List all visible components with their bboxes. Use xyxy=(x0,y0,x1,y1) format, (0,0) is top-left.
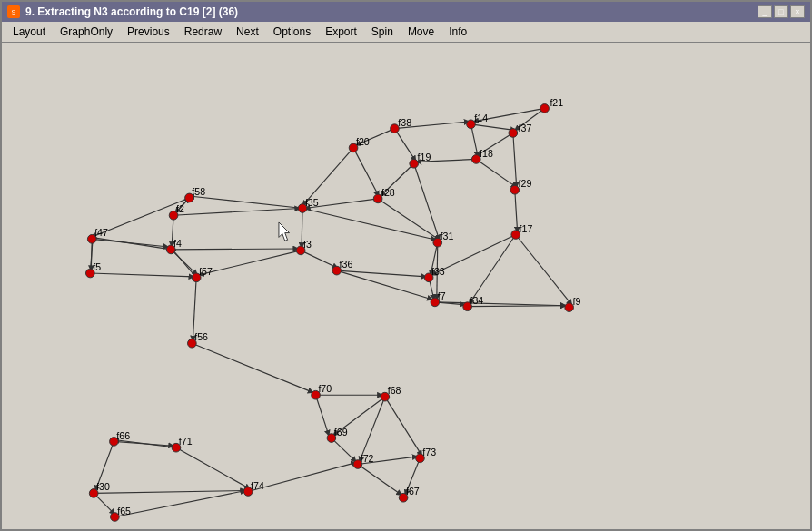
svg-line-36 xyxy=(337,270,427,277)
label-f7: f7 xyxy=(438,290,446,301)
menu-graphonly[interactable]: GraphOnly xyxy=(53,24,120,40)
svg-line-25 xyxy=(470,235,516,304)
menu-options[interactable]: Options xyxy=(266,24,318,40)
svg-line-32 xyxy=(91,237,171,250)
label-f69: f69 xyxy=(334,427,348,438)
maximize-button[interactable]: □ xyxy=(774,5,788,18)
window-title: 9. Extracting N3 according to C19 [2] (3… xyxy=(25,5,238,18)
label-f4: f4 xyxy=(173,238,182,249)
menu-bar: Layout GraphOnly Previous Redraw Next Op… xyxy=(2,22,810,43)
label-f30: f30 xyxy=(96,482,110,493)
menu-next[interactable]: Next xyxy=(229,24,266,40)
label-f29: f29 xyxy=(519,178,532,189)
menu-export[interactable]: Export xyxy=(318,24,364,40)
label-f68: f68 xyxy=(388,385,401,396)
svg-line-60 xyxy=(114,491,245,517)
label-f5: f5 xyxy=(93,261,101,272)
label-f47: f47 xyxy=(94,227,108,238)
svg-line-3 xyxy=(470,124,515,131)
svg-line-37 xyxy=(337,270,432,300)
svg-line-39 xyxy=(90,273,193,277)
label-f35: f35 xyxy=(305,197,319,208)
svg-line-44 xyxy=(192,343,312,392)
label-f70: f70 xyxy=(318,383,332,394)
svg-line-35 xyxy=(199,251,301,275)
label-f28: f28 xyxy=(381,187,395,198)
svg-marker-66 xyxy=(279,222,290,241)
label-f14: f14 xyxy=(474,113,488,123)
label-f67: f67 xyxy=(406,486,420,497)
node-f37[interactable] xyxy=(509,129,518,138)
svg-line-12 xyxy=(353,148,379,196)
svg-line-62 xyxy=(189,196,302,209)
svg-line-53 xyxy=(114,439,176,447)
svg-line-26 xyxy=(516,235,572,305)
svg-line-2 xyxy=(470,124,478,157)
label-f2: f2 xyxy=(176,203,184,214)
label-f66: f66 xyxy=(116,430,130,441)
menu-spin[interactable]: Spin xyxy=(364,24,401,40)
graph-svg: f21 f37 f14 f38 f20 f19 f18 f29 f28 f58 … xyxy=(2,43,810,529)
label-f34: f34 xyxy=(470,295,484,306)
svg-line-45 xyxy=(316,395,329,435)
menu-move[interactable]: Move xyxy=(401,24,441,40)
close-button[interactable]: × xyxy=(790,5,805,18)
label-f33: f33 xyxy=(431,266,445,277)
svg-line-52 xyxy=(176,447,250,488)
label-f31: f31 xyxy=(441,231,454,241)
svg-line-22 xyxy=(302,209,302,248)
svg-line-14 xyxy=(414,163,440,240)
label-f71: f71 xyxy=(179,436,193,447)
label-f17: f17 xyxy=(520,223,533,234)
svg-line-61 xyxy=(248,463,356,492)
label-f73: f73 xyxy=(422,447,436,457)
title-bar-left: 9 9. Extracting N3 according to C19 [2] … xyxy=(7,5,238,18)
label-f58: f58 xyxy=(192,186,205,197)
label-f3: f3 xyxy=(303,239,312,250)
minimize-button[interactable]: _ xyxy=(758,5,772,18)
title-buttons[interactable]: _ □ × xyxy=(758,5,805,18)
svg-line-34 xyxy=(301,251,338,268)
svg-line-17 xyxy=(515,190,518,231)
cursor xyxy=(279,222,290,241)
label-f18: f18 xyxy=(480,148,493,159)
svg-line-54 xyxy=(332,438,356,462)
label-f21: f21 xyxy=(550,98,563,109)
label-f56: f56 xyxy=(194,331,208,342)
label-f36: f36 xyxy=(340,259,353,270)
svg-line-59 xyxy=(94,491,245,494)
label-f19: f19 xyxy=(418,152,431,162)
svg-line-48 xyxy=(385,397,422,456)
node-f21[interactable] xyxy=(540,104,550,113)
main-window: 9 9. Extracting N3 according to C19 [2] … xyxy=(0,0,812,531)
menu-redraw[interactable]: Redraw xyxy=(177,24,229,40)
menu-previous[interactable]: Previous xyxy=(120,24,177,40)
label-f20: f20 xyxy=(356,136,370,147)
svg-line-43 xyxy=(468,306,566,307)
label-f37: f37 xyxy=(519,123,532,133)
svg-line-33 xyxy=(171,249,298,250)
svg-line-19 xyxy=(173,209,300,216)
window-icon: 9 xyxy=(7,5,20,18)
graph-area: f21 f37 f14 f38 f20 f19 f18 f29 f28 f58 … xyxy=(2,43,810,529)
svg-line-31 xyxy=(171,250,197,275)
menu-layout[interactable]: Layout xyxy=(5,24,53,40)
svg-line-10 xyxy=(476,159,516,187)
label-f74: f74 xyxy=(251,480,264,491)
svg-line-7 xyxy=(513,133,517,187)
title-bar: 9 9. Extracting N3 according to C19 [2] … xyxy=(2,2,810,22)
label-f9: f9 xyxy=(572,296,580,307)
label-f65: f65 xyxy=(117,506,131,516)
menu-info[interactable]: Info xyxy=(441,24,474,40)
svg-line-56 xyxy=(358,465,401,496)
label-f72: f72 xyxy=(361,453,374,464)
label-f57: f57 xyxy=(199,266,213,277)
svg-line-5 xyxy=(394,129,415,162)
label-f38: f38 xyxy=(398,117,411,128)
